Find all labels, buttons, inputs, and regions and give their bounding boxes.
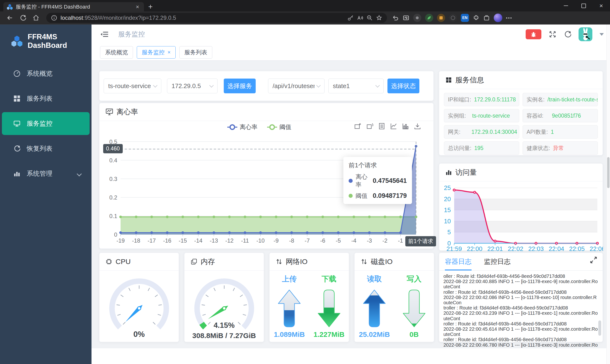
svg-text:-6: -6	[320, 237, 325, 244]
service-select[interactable]: ts-route-service	[104, 78, 161, 93]
extension-icon[interactable]	[413, 14, 421, 22]
svg-text:22:00: 22:00	[467, 245, 482, 251]
toolbox-bar-chart-icon[interactable]	[402, 123, 409, 130]
write-value: 0B	[410, 330, 419, 338]
sidebar-item-service-monitor[interactable]: 服务监控	[2, 112, 90, 135]
series-dot-icon	[349, 194, 353, 198]
home-icon[interactable]	[32, 14, 40, 21]
eccentricity-chart[interactable]: 离心率 阈值 00.10.20.30.40.5-19-18-17-16-15-1…	[99, 121, 434, 248]
tag-service-list[interactable]: 服务列表	[179, 46, 212, 59]
log-line: roller : Route id: f3d4d4ef-693b-4456-8e…	[443, 321, 598, 326]
cpu-chip-icon	[106, 258, 112, 265]
tag-service-monitor[interactable]: 服务监控×	[137, 46, 176, 59]
svg-text:-2: -2	[382, 237, 387, 244]
url-text[interactable]: localhost:9528/#/monitor/index?ip=172.29…	[61, 14, 344, 21]
new-tab-button[interactable]: +	[148, 3, 153, 11]
browser-titlebar: 服务监控 - FFR4MS DashBoard × + ×	[0, 0, 610, 12]
avatar-caret-icon[interactable]	[599, 33, 604, 36]
translate-en-badge[interactable]: EN	[461, 14, 469, 22]
extension-leaf-icon[interactable]	[425, 14, 433, 22]
svg-text:-1: -1	[398, 237, 403, 244]
browser-tab[interactable]: 服务监控 - FFR4MS DashBoard ×	[3, 2, 144, 12]
breadcrumb[interactable]: 服务监控	[118, 30, 145, 39]
toolbox-line-chart-icon[interactable]	[390, 123, 397, 130]
squares-icon	[445, 77, 452, 83]
page-scrollbar[interactable]	[606, 25, 610, 364]
sidebar-item-system-admin[interactable]: 系统管理	[0, 162, 92, 185]
zoom-out-icon[interactable]	[366, 15, 373, 21]
extension-icon[interactable]	[449, 14, 457, 22]
monitor-icon	[13, 120, 20, 127]
line-board-icon	[106, 108, 113, 116]
info-instance-name: 实例名:/train-ticket-ts-route-service-1	[523, 93, 598, 106]
svg-text:-19: -19	[117, 237, 125, 244]
log-line: roller : Route id: f3d4d4ef-693b-4456-8e…	[443, 337, 598, 342]
undo-icon[interactable]	[392, 14, 399, 21]
memory-card: 内存 4.15% 308.8MiB / 7.27GiB	[184, 253, 264, 342]
user-avatar[interactable]	[579, 27, 592, 41]
browser-essentials-icon[interactable]	[403, 14, 409, 21]
fullscreen-icon[interactable]	[549, 30, 557, 38]
expand-icon[interactable]	[590, 256, 597, 264]
tag-overview[interactable]: 系统概览	[100, 46, 133, 59]
window-close-button[interactable]: ×	[592, 0, 610, 12]
tags-bar: 系统概览 服务监控× 服务列表	[92, 44, 610, 61]
chart-tooltip: 前1个请求 离心率 0.47545641 阈值 0.09487179	[343, 157, 412, 204]
toolbox-dataview-icon[interactable]	[378, 123, 385, 130]
toolbox-restore-icon[interactable]	[366, 123, 373, 130]
window-maximize-button[interactable]	[575, 0, 592, 12]
legend-line-icon	[227, 124, 237, 130]
tag-close-icon[interactable]: ×	[167, 49, 171, 55]
logo-cubes-icon	[11, 35, 23, 47]
svg-text:-14: -14	[194, 237, 203, 244]
tab-close-icon[interactable]: ×	[134, 4, 141, 10]
select-caret-icon	[375, 83, 380, 87]
extensions-puzzle-icon[interactable]	[473, 14, 479, 21]
toolbox-download-icon[interactable]	[414, 123, 421, 130]
collections-icon[interactable]	[483, 14, 490, 21]
upload-value: 1.089MiB	[274, 330, 305, 338]
visits-chart[interactable]: 051015202521:5922:0022:0122:0222:0322:04…	[439, 182, 603, 251]
legend-item-threshold[interactable]: 阈值	[267, 123, 291, 131]
sidebar-item-overview[interactable]: 系统概览	[0, 62, 92, 85]
browser-menu-icon[interactable]	[506, 17, 512, 19]
log-line: 2022-08-22 22:00:42.086 INFO 1 --- [o-11…	[443, 295, 598, 305]
sidebar-item-service-list[interactable]: 服务列表	[0, 87, 92, 110]
svg-text:22:01: 22:01	[487, 245, 503, 251]
tab-monitor-logs[interactable]: 监控日志	[484, 257, 511, 271]
svg-text:22:06: 22:06	[590, 245, 603, 251]
scrollbar-thumb[interactable]	[607, 157, 610, 188]
main-content: ts-route-service 172.29.0.5 选择服务 /api/v1…	[92, 61, 610, 348]
ip-select[interactable]: 172.29.0.5	[167, 78, 217, 93]
bug-report-button[interactable]	[526, 29, 541, 39]
svg-text:22:05: 22:05	[569, 245, 585, 251]
password-key-icon[interactable]	[347, 15, 354, 21]
window-minimize-button[interactable]	[557, 0, 575, 12]
log-scrollbar-thumb[interactable]	[598, 320, 601, 336]
card-title: 磁盘IO	[371, 257, 393, 267]
page-refresh-icon[interactable]	[564, 30, 571, 38]
app-title: FFR4MS DashBoard	[28, 33, 92, 50]
read-aloud-icon[interactable]	[357, 15, 363, 21]
select-service-button[interactable]: 选择服务	[224, 78, 256, 93]
address-bar[interactable]: localhost:9528/#/monitor/index?ip=172.29…	[46, 13, 387, 23]
api-select[interactable]: /api/v1/routeservic	[268, 78, 325, 93]
legend-item-eccentricity[interactable]: 离心率	[227, 123, 258, 131]
browser-profile-avatar[interactable]	[494, 13, 502, 22]
svg-text:0.2: 0.2	[109, 194, 117, 201]
refresh-icon[interactable]	[20, 14, 26, 21]
tab-container-logs[interactable]: 容器日志	[445, 257, 472, 271]
svg-text:20: 20	[444, 195, 451, 203]
state-select[interactable]: state1	[328, 78, 384, 93]
select-state-button[interactable]: 选择状态	[387, 78, 419, 93]
app-logo[interactable]: FFR4MS DashBoard	[0, 25, 92, 50]
toolbox-datazoom-icon[interactable]	[354, 123, 362, 130]
extension-book-icon[interactable]	[437, 14, 445, 22]
sidebar-toggle-icon[interactable]	[100, 30, 109, 39]
log-line: 2022-08-22 22:00:43.239 INFO 1 --- [io-1…	[443, 311, 598, 321]
favorites-star-icon[interactable]	[376, 15, 382, 21]
sidebar-item-recovery-list[interactable]: 恢复列表	[0, 137, 92, 160]
site-info-icon[interactable]	[51, 15, 57, 21]
refresh-icon	[13, 145, 20, 152]
back-icon[interactable]	[6, 14, 13, 21]
